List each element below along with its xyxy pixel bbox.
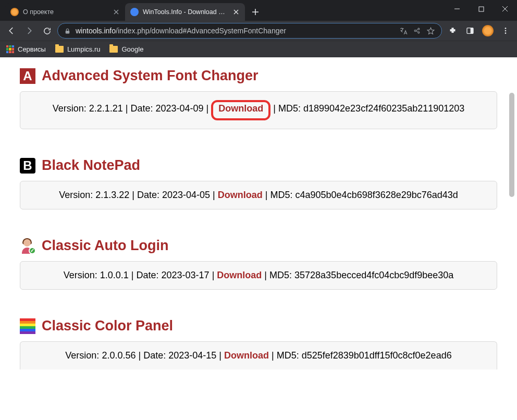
download-section: A Advanced System Font Changer Version: … [20, 68, 497, 129]
forward-button[interactable] [22, 23, 36, 38]
info-box: Version: 2.2.1.21 | Date: 2023-04-09 | D… [20, 91, 497, 129]
url-text: wintools.info/index.php/download#Advance… [76, 27, 395, 35]
svg-point-9 [505, 32, 507, 34]
folder-icon [109, 46, 118, 53]
md5-label: MD5: [269, 270, 292, 280]
titlebar: О проекте WinTools.Info - Download Cente… [0, 0, 517, 21]
info-box: Version: 2.0.0.56 | Date: 2023-04-15 | D… [20, 341, 497, 369]
date-label: Date: [136, 270, 158, 280]
version-value: 2.0.0.56 [102, 350, 136, 361]
svg-point-4 [414, 30, 416, 31]
section-title-link[interactable]: Classic Auto Login [42, 238, 169, 254]
svg-rect-6 [471, 28, 473, 34]
sidepanel-button[interactable] [463, 23, 477, 38]
section-title-link[interactable]: Advanced System Font Changer [42, 68, 258, 84]
md5-value: d1899042e23cf24f60235ab211901203 [303, 103, 464, 114]
minimize-button[interactable] [445, 0, 469, 18]
app-icon: A [20, 68, 35, 84]
app-icon [20, 318, 35, 334]
date-label: Date: [137, 190, 159, 200]
date-value: 2023-04-09 [156, 103, 204, 114]
tab-active[interactable]: WinTools.Info - Download Center [125, 3, 245, 21]
close-icon[interactable] [232, 8, 240, 16]
tab-inactive[interactable]: О проекте [5, 3, 125, 21]
back-button[interactable] [4, 23, 19, 38]
version-label: Version: [64, 270, 97, 280]
translate-icon[interactable] [399, 26, 408, 35]
window-controls [445, 0, 517, 18]
close-window-button[interactable] [493, 0, 517, 18]
toolbar: wintools.info/index.php/download#Advance… [0, 21, 517, 41]
highlight-annotation: Download [211, 100, 270, 120]
new-tab-button[interactable] [248, 5, 263, 19]
app-icon: ✓ [20, 238, 35, 254]
close-icon[interactable] [113, 8, 120, 16]
scrollbar-thumb[interactable] [509, 93, 514, 197]
bookmark-item[interactable]: Lumpics.ru [55, 45, 101, 53]
download-section: ✓ Classic Auto Login Version: 1.0.0.1 | … [20, 238, 497, 290]
date-label: Date: [130, 103, 153, 114]
apps-label: Сервисы [18, 45, 46, 53]
bookmark-star-icon[interactable] [426, 26, 435, 35]
svg-point-3 [418, 32, 420, 33]
info-box: Version: 2.1.3.22 | Date: 2023-04-05 | D… [20, 181, 497, 209]
md5-label: MD5: [270, 190, 293, 200]
svg-point-7 [505, 28, 507, 29]
scrollbar[interactable] [508, 57, 515, 412]
version-label: Version: [59, 190, 93, 200]
md5-label: MD5: [278, 103, 301, 114]
date-label: Date: [143, 350, 166, 361]
section-title-link[interactable]: Classic Color Panel [42, 318, 173, 334]
version-label: Version: [65, 350, 99, 361]
reload-button[interactable] [40, 23, 54, 38]
apps-button[interactable]: Сервисы [6, 45, 46, 53]
version-value: 1.0.0.1 [100, 270, 129, 280]
date-value: 2023-03-17 [162, 270, 210, 280]
browser-chrome: О проекте WinTools.Info - Download Cente… [0, 0, 517, 57]
download-section: Classic Color Panel Version: 2.0.0.56 | … [20, 318, 497, 369]
extensions-button[interactable] [445, 23, 460, 38]
bookmarks-bar: Сервисы Lumpics.ru Google [0, 41, 517, 57]
download-link[interactable]: Download [218, 190, 263, 200]
md5-value: 35728a35becced4fc04cbc9df9bee30a [294, 270, 453, 280]
date-value: 2023-04-05 [162, 190, 210, 200]
tab-title: О проекте [23, 8, 108, 16]
bookmark-label: Lumpics.ru [67, 45, 101, 53]
address-bar[interactable]: wintools.info/index.php/download#Advance… [57, 23, 442, 39]
download-section: B Black NotePad Version: 2.1.3.22 | Date… [20, 157, 497, 209]
apps-icon [6, 45, 14, 53]
folder-icon [55, 46, 64, 53]
version-label: Version: [53, 103, 87, 114]
svg-rect-1 [66, 30, 70, 33]
download-link[interactable]: Download [218, 103, 263, 114]
svg-point-8 [505, 30, 507, 32]
bookmark-item[interactable]: Google [109, 45, 143, 53]
app-icon: B [20, 158, 35, 174]
page-content: A Advanced System Font Changer Version: … [8, 57, 509, 412]
favicon-icon [10, 8, 19, 16]
favicon-icon [130, 8, 139, 16]
bookmark-label: Google [121, 45, 143, 53]
maximize-button[interactable] [469, 0, 493, 18]
date-value: 2023-04-15 [168, 350, 216, 361]
svg-point-2 [418, 28, 420, 30]
section-title-link[interactable]: Black NotePad [42, 157, 140, 174]
tab-title: WinTools.Info - Download Center [143, 8, 228, 16]
info-box: Version: 1.0.0.1 | Date: 2023-03-17 | Do… [20, 261, 497, 290]
svg-rect-0 [479, 7, 484, 11]
lock-icon [64, 28, 71, 34]
version-value: 2.1.3.22 [95, 190, 129, 200]
download-link[interactable]: Download [217, 270, 262, 280]
md5-value: d525fef2839b01dff15f0c8cf0e2ead6 [302, 350, 452, 361]
download-link[interactable]: Download [224, 350, 269, 361]
md5-value: c4a905b0e4cb698f3628e29bc76ad43d [296, 190, 458, 200]
menu-button[interactable] [498, 23, 513, 38]
version-value: 2.2.1.21 [89, 103, 123, 114]
md5-label: MD5: [277, 350, 299, 361]
share-icon[interactable] [412, 26, 422, 35]
profile-avatar[interactable] [481, 23, 495, 38]
